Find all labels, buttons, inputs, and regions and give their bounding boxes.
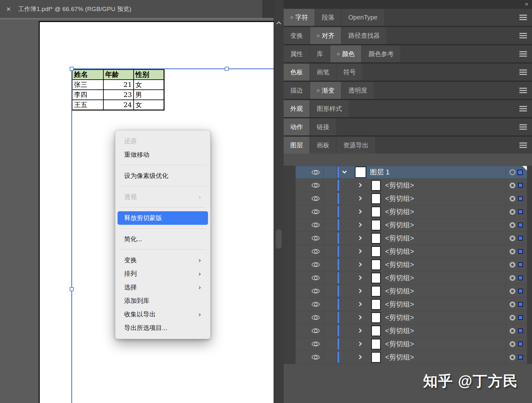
visibility-cell[interactable] xyxy=(296,285,323,298)
layer-row[interactable]: <剪切组> xyxy=(296,192,527,205)
layer-name[interactable]: 图层 1 xyxy=(370,167,390,177)
lock-cell[interactable] xyxy=(323,338,337,350)
lock-cell[interactable] xyxy=(323,179,337,192)
expand-chevron-icon[interactable] xyxy=(358,278,361,281)
layer-row[interactable]: <剪切组> xyxy=(296,285,527,298)
target-icon[interactable] xyxy=(510,341,515,347)
panel-tab[interactable]: ◇对齐 xyxy=(310,27,341,44)
layer-name[interactable]: <剪切组> xyxy=(385,287,414,296)
panel-menu-icon[interactable] xyxy=(519,90,527,91)
selection-bbox-left-edge[interactable] xyxy=(71,68,72,403)
target-icon[interactable] xyxy=(510,315,515,321)
visibility-eye-icon[interactable] xyxy=(312,355,320,360)
visibility-eye-icon[interactable] xyxy=(312,183,320,188)
visibility-eye-icon[interactable] xyxy=(312,262,320,267)
target-icon[interactable] xyxy=(510,328,515,334)
target-icon[interactable] xyxy=(510,169,515,175)
layer-thumbnail[interactable] xyxy=(371,339,381,349)
expand-chevron-icon[interactable] xyxy=(358,318,361,321)
layer-name[interactable]: <剪切组> xyxy=(385,353,414,362)
layer-row[interactable]: <剪切组> xyxy=(296,245,527,258)
panel-tab[interactable]: 变换 xyxy=(284,27,309,44)
expand-chevron-icon[interactable] xyxy=(358,238,361,241)
visibility-eye-icon[interactable] xyxy=(312,328,320,333)
layer-thumbnail[interactable] xyxy=(371,220,381,230)
layer-row[interactable]: <剪切组> xyxy=(296,258,527,271)
panel-tab[interactable]: 符号 xyxy=(337,64,362,81)
target-icon[interactable] xyxy=(510,196,515,202)
visibility-cell[interactable] xyxy=(296,311,323,324)
layer-thumbnail[interactable] xyxy=(371,273,381,283)
target-icon[interactable] xyxy=(510,249,515,254)
selection-color-square[interactable] xyxy=(518,289,523,293)
layer-name[interactable]: <剪切组> xyxy=(385,181,414,190)
layer-row[interactable]: <剪切组> xyxy=(296,271,527,285)
collapse-chevron-icon[interactable] xyxy=(343,172,346,175)
menu-item[interactable]: 添加到库 xyxy=(118,294,208,308)
expand-chevron-icon[interactable] xyxy=(358,357,361,360)
target-icon[interactable] xyxy=(510,262,515,268)
layer-thumbnail[interactable] xyxy=(371,259,381,270)
panel-tab[interactable]: 画板 xyxy=(310,137,336,154)
menu-item[interactable]: 导出所选项目... xyxy=(118,321,208,335)
panel-tab[interactable]: 画笔 xyxy=(310,64,336,81)
visibility-eye-icon[interactable] xyxy=(312,342,320,346)
selection-color-square[interactable] xyxy=(518,196,523,201)
menu-item[interactable]: 排列› xyxy=(118,267,208,281)
layer-thumbnail[interactable] xyxy=(371,326,381,336)
selection-handle-top-mid[interactable] xyxy=(225,67,229,71)
visibility-cell[interactable] xyxy=(296,271,323,284)
expand-chevron-icon[interactable] xyxy=(358,265,361,268)
collapse-panel-chevron-icon[interactable] xyxy=(276,21,281,26)
menu-item[interactable]: 收集以导出› xyxy=(118,308,208,321)
panel-menu-icon[interactable] xyxy=(519,145,527,146)
panel-menu-icon[interactable] xyxy=(519,54,527,54)
visibility-eye-icon[interactable] xyxy=(312,209,320,214)
layer-thumbnail[interactable] xyxy=(371,193,381,204)
layer-thumbnail[interactable] xyxy=(371,246,381,257)
expand-chevron-icon[interactable] xyxy=(358,185,361,189)
layer-name[interactable]: <剪切组> xyxy=(385,234,414,243)
panel-cycle-icon[interactable]: ◇ xyxy=(317,88,320,93)
selection-color-square[interactable] xyxy=(518,209,523,214)
panel-tab[interactable]: 图形样式 xyxy=(310,100,349,117)
layer-name[interactable]: <剪切组> xyxy=(385,207,414,217)
layer-name[interactable]: <剪切组> xyxy=(385,339,414,349)
visibility-cell[interactable] xyxy=(296,166,323,179)
layer-thumbnail[interactable] xyxy=(371,312,381,323)
selection-handle-left-mid[interactable] xyxy=(70,287,74,291)
selection-color-square[interactable] xyxy=(518,342,523,346)
panel-tab[interactable]: 属性 xyxy=(284,45,309,62)
visibility-eye-icon[interactable] xyxy=(312,196,320,201)
expand-chevron-icon[interactable] xyxy=(358,225,361,228)
lock-cell[interactable] xyxy=(323,245,337,258)
layer-thumbnail[interactable] xyxy=(371,352,381,363)
visibility-cell[interactable] xyxy=(296,338,323,350)
layer-thumbnail[interactable] xyxy=(355,167,366,178)
lock-cell[interactable] xyxy=(323,258,337,271)
lock-cell[interactable] xyxy=(323,311,337,324)
lock-cell[interactable] xyxy=(323,232,337,245)
layer-row[interactable]: <剪切组> xyxy=(296,219,527,232)
panel-tab[interactable]: 色板 xyxy=(284,64,309,81)
target-icon[interactable] xyxy=(510,209,515,215)
visibility-eye-icon[interactable] xyxy=(312,275,320,280)
panel-tab[interactable]: 路径查找器 xyxy=(342,27,386,44)
selection-color-square[interactable] xyxy=(518,328,523,333)
lock-cell[interactable] xyxy=(323,192,337,205)
lock-cell[interactable] xyxy=(323,271,337,284)
panel-tab[interactable]: ◇字符 xyxy=(284,9,315,26)
visibility-eye-icon[interactable] xyxy=(312,249,320,254)
panel-cycle-icon[interactable]: ◇ xyxy=(337,52,340,56)
expand-chevron-icon[interactable] xyxy=(358,252,361,255)
menu-item[interactable]: 设为像素级优化 xyxy=(118,169,208,183)
panel-tab[interactable]: 描边 xyxy=(284,82,309,99)
layer-name[interactable]: <剪切组> xyxy=(385,313,414,322)
target-icon[interactable] xyxy=(510,183,515,188)
layer-name[interactable]: <剪切组> xyxy=(385,220,414,230)
layer-thumbnail[interactable] xyxy=(371,207,381,217)
selection-color-square[interactable] xyxy=(518,302,523,307)
panel-tab[interactable]: 颜色参考 xyxy=(362,45,400,62)
panel-menu-icon[interactable] xyxy=(519,127,527,128)
menu-item[interactable]: 重做移动 xyxy=(118,148,208,162)
